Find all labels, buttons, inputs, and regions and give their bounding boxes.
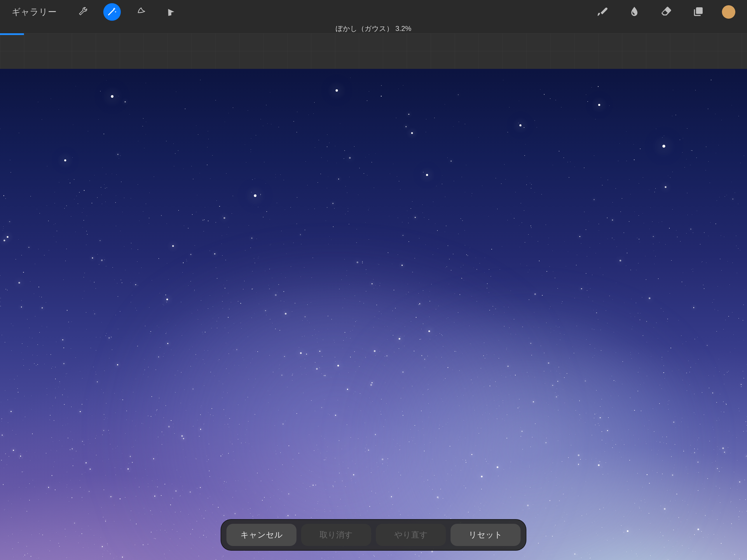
action-bar: キャンセル 取り消す やり直す リセット xyxy=(221,519,526,551)
select-icon xyxy=(136,6,147,18)
svg-rect-0 xyxy=(696,7,703,14)
layers-button[interactable] xyxy=(690,3,707,21)
layers-icon xyxy=(692,5,705,19)
gallery-button[interactable]: ギャラリー xyxy=(12,6,57,18)
blur-slider-progress xyxy=(0,33,24,35)
wand-icon xyxy=(107,6,117,18)
top-toolbar: ギャラリー xyxy=(0,0,747,24)
adjustments-wand-button[interactable] xyxy=(103,3,121,21)
cancel-button[interactable]: キャンセル xyxy=(227,524,297,546)
redo-button: やり直す xyxy=(376,524,446,546)
canvas-artwork[interactable] xyxy=(0,69,747,560)
reset-button[interactable]: リセット xyxy=(450,524,520,546)
actions-wrench-button[interactable] xyxy=(74,3,92,21)
eraser-icon xyxy=(660,5,673,19)
selection-button[interactable] xyxy=(132,3,150,21)
effect-status-strip: ぼかし（ガウス） 3.2% xyxy=(0,24,747,33)
brush-icon xyxy=(596,5,609,19)
blur-slider-track[interactable] xyxy=(0,33,747,69)
smudge-icon xyxy=(628,5,641,19)
app-root: ギャラリー xyxy=(0,0,747,560)
wrench-icon xyxy=(78,6,88,18)
transform-arrow-button[interactable] xyxy=(162,3,179,21)
eraser-tool-button[interactable] xyxy=(658,3,675,21)
color-picker-swatch[interactable] xyxy=(722,5,735,19)
undo-button: 取り消す xyxy=(301,524,371,546)
brush-tool-button[interactable] xyxy=(594,3,611,21)
stars-layer xyxy=(0,69,747,560)
arrow-icon xyxy=(165,6,176,18)
smudge-tool-button[interactable] xyxy=(626,3,643,21)
effect-status-label: ぼかし（ガウス） 3.2% xyxy=(336,24,411,33)
